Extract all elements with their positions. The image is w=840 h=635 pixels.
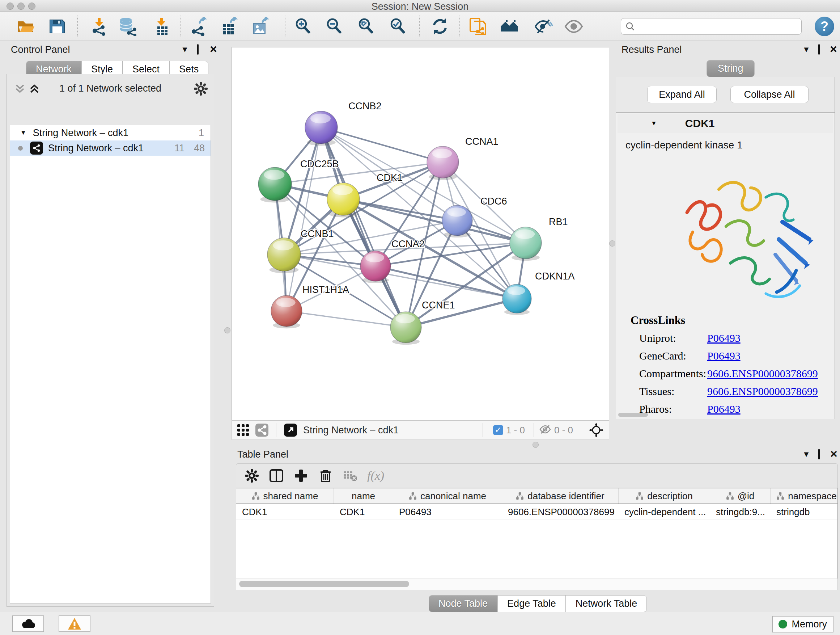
table-toolbar: f(x) — [236, 463, 838, 488]
collection-expand-icon[interactable]: ▼ — [20, 129, 27, 136]
right-splitter-handle[interactable] — [609, 241, 615, 247]
import-table-from-file-icon[interactable] — [153, 17, 172, 36]
table-cell[interactable]: CDK1 — [236, 504, 334, 519]
table-cell[interactable]: P06493 — [393, 504, 502, 519]
tab-string[interactable]: String — [706, 60, 755, 77]
column-header-namespace[interactable]: namespace — [771, 488, 838, 504]
column-header-@id[interactable]: @id — [710, 488, 771, 504]
save-session-icon[interactable] — [48, 17, 66, 36]
expand-all-button[interactable]: Expand All — [647, 86, 717, 103]
duplicate-network-icon[interactable] — [468, 17, 487, 36]
export-image-icon[interactable] — [251, 17, 270, 36]
cloud-button[interactable] — [12, 616, 44, 632]
import-network-from-database-icon[interactable] — [118, 17, 137, 36]
left-splitter-handle[interactable] — [224, 327, 231, 333]
open-in-window-icon[interactable] — [281, 421, 300, 439]
export-network-icon[interactable] — [189, 17, 208, 36]
delete-table-icon[interactable] — [341, 467, 359, 485]
table-panel-title: Table Panel — [237, 449, 288, 460]
network-node-CCNB2[interactable]: CCNB2 — [305, 101, 382, 146]
network-node-HIST1H1A[interactable]: HIST1H1A — [271, 284, 349, 328]
home-networks-icon[interactable] — [500, 17, 519, 36]
zoom-fit-icon[interactable] — [357, 17, 376, 36]
refresh-icon[interactable] — [431, 17, 449, 36]
control-panel-menu-icon[interactable]: ▼ — [181, 44, 189, 55]
fit-selected-crosshair-icon[interactable] — [587, 421, 605, 439]
zoom-selected-icon[interactable] — [388, 17, 407, 36]
table-cell[interactable]: stringdb:9... — [710, 504, 771, 519]
network-edge-CCNB2-HIST1H1A[interactable] — [286, 127, 321, 311]
table-horizontal-scrollbar[interactable] — [236, 578, 838, 590]
network-node-CCNA2[interactable]: CCNA2 — [360, 239, 425, 283]
crosslink-link[interactable]: 9606.ENSP00000378699 — [707, 367, 818, 380]
help-icon[interactable]: ? — [815, 17, 834, 36]
export-table-icon[interactable] — [220, 17, 239, 36]
zoom-out-icon[interactable] — [325, 17, 344, 36]
hidden-eye-icon[interactable] — [539, 423, 551, 437]
table-cell[interactable]: 9606.ENSP00000378699 — [502, 504, 619, 519]
network-collection-row[interactable]: ▼ String Network – cdk1 1 — [10, 125, 210, 141]
memory-button[interactable]: Memory — [772, 616, 834, 632]
birds-eye-grid-icon[interactable] — [234, 421, 252, 439]
network-node-label: CCNA1 — [465, 136, 499, 147]
shared-column-icon — [252, 492, 260, 500]
network-edge-HIST1H1A-CCNE1[interactable] — [286, 311, 406, 327]
table-scrollbar-thumb[interactable] — [239, 581, 409, 587]
control-panel-close-icon[interactable]: × — [210, 44, 217, 54]
section-collapse-icon[interactable]: ▼ — [651, 120, 657, 127]
column-header-database-identifier[interactable]: database identifier — [502, 488, 619, 504]
table-cell[interactable]: cyclin-dependent ... — [619, 504, 710, 519]
table-cell[interactable]: CDK1 — [334, 504, 393, 519]
column-label: description — [647, 491, 693, 502]
table-panel-float-icon[interactable] — [818, 449, 820, 460]
column-header-canonical-name[interactable]: canonical name — [393, 488, 502, 504]
title-bar: Session: New Session — [0, 0, 840, 12]
node-section-header[interactable]: ▼ CDK1 — [617, 114, 833, 133]
network-options-gear-icon[interactable] — [194, 81, 208, 96]
collapse-all-button[interactable]: Collapse All — [730, 86, 808, 103]
network-view-canvas[interactable]: CCNB2CCNA1CDC25BCDK1CDC6RB1CCNB1CCNA2CDK… — [232, 47, 609, 421]
open-session-icon[interactable] — [16, 17, 35, 36]
table-options-gear-icon[interactable] — [243, 467, 261, 485]
control-panel-float-icon[interactable] — [197, 44, 199, 55]
network-node-CDKN1A[interactable]: CDKN1A — [502, 271, 575, 315]
results-panel-menu-icon[interactable]: ▼ — [802, 44, 810, 55]
toolbar-separator — [582, 423, 582, 437]
crosslink-link[interactable]: P06493 — [707, 332, 741, 344]
results-scrollbar-thumb[interactable] — [618, 413, 648, 417]
warnings-button[interactable] — [58, 616, 90, 632]
zoom-in-icon[interactable] — [294, 17, 313, 36]
tab-edge-table[interactable]: Edge Table — [497, 595, 566, 612]
crosslink-link[interactable]: 9606.ENSP00000378699 — [707, 385, 818, 397]
network-node-RB1[interactable]: RB1 — [510, 217, 568, 261]
table-panel-menu-icon[interactable]: ▼ — [802, 449, 810, 460]
results-panel-float-icon[interactable] — [818, 44, 820, 55]
column-header-shared-name[interactable]: shared name — [236, 488, 334, 504]
network-row[interactable]: String Network – cdk1 11 48 — [10, 141, 210, 156]
show-all-eye-icon[interactable] — [564, 17, 583, 36]
network-node-CCNA1[interactable]: CCNA1 — [427, 136, 499, 180]
column-header-description[interactable]: description — [619, 488, 710, 504]
crosslink-link[interactable]: P06493 — [707, 403, 741, 415]
add-column-icon[interactable] — [292, 467, 310, 485]
network-overview-icon[interactable] — [253, 421, 271, 439]
delete-column-trash-icon[interactable] — [317, 467, 335, 485]
hide-unselected-icon[interactable] — [534, 17, 553, 36]
selected-checkbox-icon[interactable]: ✓ — [493, 425, 503, 435]
network-edge-RB1-CCNE1[interactable] — [406, 243, 526, 327]
tab-node-table[interactable]: Node Table — [429, 595, 497, 612]
table-row[interactable]: CDK1CDK1P064939606.ENSP00000378699cyclin… — [236, 504, 837, 520]
column-header-name[interactable]: name — [334, 488, 393, 504]
table-panel-close-icon[interactable]: × — [830, 449, 837, 458]
function-builder-icon[interactable]: f(x) — [367, 469, 384, 483]
column-label: shared name — [264, 491, 318, 502]
import-network-from-file-icon[interactable] — [90, 17, 109, 36]
search-input[interactable] — [638, 21, 801, 32]
crosslink-link[interactable]: P06493 — [707, 350, 741, 362]
show-columns-icon[interactable] — [267, 467, 286, 485]
network-edge-CCNB2-CCNA1[interactable] — [321, 127, 443, 162]
results-panel-close-icon[interactable]: × — [830, 44, 837, 54]
table-cell[interactable]: stringdb — [771, 504, 838, 519]
tab-network-table[interactable]: Network Table — [566, 595, 647, 612]
bottom-splitter-handle[interactable] — [532, 442, 538, 448]
